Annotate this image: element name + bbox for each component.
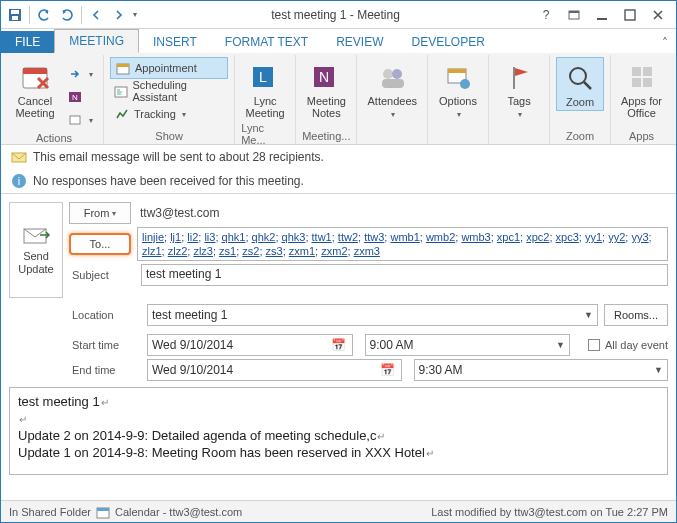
recipient[interactable]: zlz3 [193,245,213,257]
tab-developer[interactable]: DEVELOPER [398,31,499,53]
group-label-lync: Lync Me... [241,121,289,148]
recipient[interactable]: qhk2 [252,231,276,243]
onenote-icon: N [310,61,342,93]
from-button[interactable]: From▾ [69,202,131,224]
svg-text:i: i [18,175,20,187]
subject-input[interactable]: test meeting 1 [141,264,668,286]
recipient[interactable]: yy3 [631,231,648,243]
forward-button[interactable]: ▾ [63,63,97,85]
group-show: Appointment Scheduling Assistant Trackin… [104,55,235,144]
qat-customize-dropdown[interactable]: ▾ [131,10,139,19]
recipient[interactable]: zs2 [242,245,259,257]
recipient[interactable]: yy2 [608,231,625,243]
group-label-notes: Meeting... [302,129,350,144]
recipient[interactable]: zxm3 [354,245,380,257]
qat-redo-icon[interactable] [56,4,78,26]
tab-file[interactable]: FILE [1,31,54,53]
appointment-button[interactable]: Appointment [110,57,228,79]
minimize-icon[interactable] [588,4,616,26]
recipient[interactable]: lj1 [170,231,181,243]
recipient[interactable]: ttw3 [364,231,384,243]
recipient[interactable]: wmb3 [461,231,490,243]
calendar-picker-icon: 📅 [379,363,397,377]
tab-insert[interactable]: INSERT [139,31,211,53]
recipient[interactable]: xpc2 [526,231,549,243]
recipient[interactable]: zs3 [266,245,283,257]
location-input[interactable]: test meeting 1▼ [147,304,598,326]
to-field[interactable]: linjie; lj1; li2; li3; qhk1; qhk2; qhk3;… [137,227,668,261]
start-date-input[interactable]: Wed 9/10/2014📅 [147,334,353,356]
forward-icon [67,66,83,82]
options-icon [442,61,474,93]
send-update-button[interactable]: Send Update [9,202,63,298]
tab-format-text[interactable]: FORMAT TEXT [211,31,322,53]
recipient[interactable]: zs1 [219,245,236,257]
end-date-input[interactable]: Wed 9/10/2014📅 [147,359,402,381]
ribbon-options-icon[interactable] [560,4,588,26]
qat-undo-icon[interactable] [33,4,55,26]
recipient[interactable]: zxm1 [289,245,315,257]
recipient[interactable]: qhk1 [222,231,246,243]
svg-rect-2 [12,16,18,20]
svg-rect-4 [569,11,579,13]
scheduling-assistant-button[interactable]: Scheduling Assistant [110,80,228,102]
close-icon[interactable] [644,4,672,26]
ribbon: Cancel Meeting ▾ N ▾ Actions Appointment… [1,53,676,145]
qat-prev-icon[interactable] [85,4,107,26]
recipient[interactable]: zlz1 [142,245,162,257]
collapse-ribbon-icon[interactable]: ˄ [654,33,676,53]
recipient[interactable]: zlz2 [168,245,188,257]
message-body[interactable]: test meeting 1 Update 2 on 2014-9-9: Det… [9,387,668,475]
recipient[interactable]: ttw2 [338,231,358,243]
actions-more-button[interactable]: ▾ [63,109,97,131]
all-day-checkbox[interactable]: All day event [588,339,668,351]
svg-rect-11 [70,116,80,124]
svg-rect-8 [23,68,47,74]
recipient[interactable]: li2 [187,231,198,243]
meeting-notes-button[interactable]: N Meeting Notes [302,57,350,121]
onenote-small-button[interactable]: N [63,86,97,108]
recipient[interactable]: wmb2 [426,231,455,243]
zoom-button[interactable]: Zoom [556,57,604,111]
group-label-apps: Apps [629,129,654,144]
flag-icon [503,61,535,93]
recipient[interactable]: zxm2 [321,245,347,257]
svg-text:L: L [259,69,267,85]
apps-for-office-button[interactable]: Apps for Office [617,57,666,121]
tab-review[interactable]: REVIEW [322,31,397,53]
recipient[interactable]: linjie [142,231,164,243]
recipient[interactable]: yy1 [585,231,602,243]
qat-save-icon[interactable] [4,4,26,26]
maximize-icon[interactable] [616,4,644,26]
start-time-input[interactable]: 9:00 AM▼ [365,334,571,356]
tracking-button[interactable]: Tracking▾ [110,103,228,125]
no-responses-infobar: i No responses have been received for th… [1,169,676,193]
qat-next-icon[interactable] [108,4,130,26]
attendees-button[interactable]: Attendees▾ [363,57,421,123]
recipient[interactable]: xpc1 [497,231,520,243]
help-icon[interactable]: ? [532,4,560,26]
recipient[interactable]: wmb1 [390,231,419,243]
tags-button[interactable]: Tags▾ [495,57,543,123]
recipient[interactable]: qhk3 [282,231,306,243]
group-apps: Apps for Office Apps [611,55,672,144]
people-icon [376,61,408,93]
tab-meeting[interactable]: MEETING [54,29,139,53]
options-button[interactable]: Options▾ [434,57,482,123]
subject-label: Subject [69,269,135,281]
calendar-cancel-icon [19,61,51,93]
lync-meeting-button[interactable]: L Lync Meeting [241,57,289,121]
svg-rect-28 [643,67,652,76]
recipient[interactable]: li3 [204,231,215,243]
scheduling-icon [114,83,128,99]
status-folder-path: Calendar - ttw3@test.com [115,506,242,518]
end-time-input[interactable]: 9:30 AM▼ [414,359,669,381]
to-button[interactable]: To... [69,233,131,255]
svg-point-19 [383,69,393,79]
info-bars: This email message will be sent to about… [1,145,676,194]
mail-info-icon [11,149,27,165]
rooms-button[interactable]: Rooms... [604,304,668,326]
recipient[interactable]: xpc3 [556,231,579,243]
recipient[interactable]: ttw1 [312,231,332,243]
cancel-meeting-button[interactable]: Cancel Meeting [11,57,59,121]
